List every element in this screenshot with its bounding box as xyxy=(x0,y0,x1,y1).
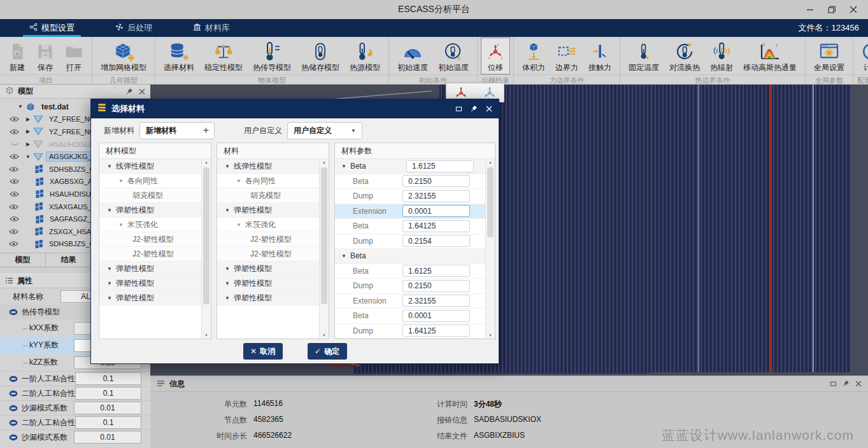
close-icon[interactable] xyxy=(843,0,864,19)
eye-icon[interactable] xyxy=(9,191,19,197)
ribbon-button-body-force[interactable]: 体积力 xyxy=(517,38,550,74)
ribbon-button-balance[interactable]: 稳定性模型 xyxy=(199,38,248,74)
restore-icon[interactable] xyxy=(821,0,843,19)
material-tree-item[interactable]: ▼弹塑性模型 xyxy=(217,262,319,276)
collapse-icon[interactable] xyxy=(9,309,18,316)
ribbon-button-gauss-flux[interactable]: 27移动高斯热通量 xyxy=(738,38,802,74)
param-value-input[interactable] xyxy=(402,220,470,232)
param-row[interactable]: Beta xyxy=(335,309,485,324)
param-group-header[interactable]: ▼Beta xyxy=(335,159,485,174)
dialog-header[interactable]: 选择材料 xyxy=(91,99,499,118)
param-value-input[interactable] xyxy=(402,205,470,217)
ribbon-button-axis-triad[interactable]: zxy位移 xyxy=(481,38,510,74)
minimize-icon[interactable] xyxy=(799,0,821,19)
material-tree-item[interactable]: ▼各向同性 xyxy=(217,174,319,188)
eye-icon[interactable] xyxy=(9,166,18,172)
material-tree-item[interactable]: ▼弹塑性模型 xyxy=(99,291,201,305)
material-tree-item[interactable]: ▼弹塑性模型 xyxy=(99,203,201,218)
add-material-icon[interactable]: + xyxy=(203,125,209,136)
property-value[interactable]: 0.01 xyxy=(74,431,141,444)
ribbon-button-boundary-force[interactable]: 边界力 xyxy=(550,38,583,74)
new-material-input[interactable] xyxy=(140,126,197,135)
close-icon[interactable] xyxy=(486,103,492,115)
close-icon[interactable] xyxy=(139,86,145,97)
scrollbar[interactable]: ▲▼ xyxy=(319,159,329,339)
property-row[interactable]: 沙漏模式系数0.01 xyxy=(0,400,150,415)
ribbon-button-convection[interactable]: 对流换热 xyxy=(664,38,705,74)
param-value-input[interactable] xyxy=(402,280,470,292)
param-value-input[interactable] xyxy=(402,265,470,277)
material-tree-item[interactable]: J2-塑性模型 xyxy=(99,232,201,247)
scrollbar[interactable]: ▲▼ xyxy=(485,159,495,339)
ok-button[interactable]: ✓确定 xyxy=(308,343,347,360)
param-value-input[interactable] xyxy=(402,190,470,202)
material-tree-item[interactable]: ▼弹塑性模型 xyxy=(99,262,201,276)
collapse-icon[interactable] xyxy=(9,405,18,412)
ribbon-button-contact-force[interactable]: 接触力 xyxy=(583,38,616,74)
material-tree-item[interactable]: ▼线弹性模型 xyxy=(99,159,201,174)
param-row[interactable]: Beta xyxy=(335,174,485,190)
ribbon-button-open-folder[interactable]: 打开 xyxy=(59,38,89,74)
eye-icon[interactable] xyxy=(9,228,18,235)
param-row[interactable]: Dump xyxy=(335,324,485,339)
param-row[interactable]: Extension xyxy=(335,294,485,309)
eye-icon[interactable] xyxy=(9,216,19,222)
material-tree-item[interactable]: 胡克模型 xyxy=(217,188,319,203)
ribbon-button-global-settings[interactable]: 全局设置 xyxy=(809,38,850,74)
user-defined-select[interactable]: ▼ xyxy=(287,122,362,139)
ribbon-button-compute[interactable]: 计算 xyxy=(857,38,868,74)
restore-icon[interactable] xyxy=(830,378,837,389)
param-group-value[interactable] xyxy=(406,160,474,172)
eye-off-icon[interactable] xyxy=(9,141,19,148)
property-value[interactable]: 0.1 xyxy=(75,372,141,385)
param-value-input[interactable] xyxy=(402,235,470,247)
property-row[interactable]: 二阶人工粘合性0.1 xyxy=(0,415,150,430)
collapse-icon[interactable] xyxy=(9,390,18,397)
tab-2[interactable]: 材料库 xyxy=(181,19,241,37)
pin-icon[interactable] xyxy=(126,86,133,97)
pin-icon[interactable] xyxy=(843,378,850,389)
property-value[interactable]: 0.1 xyxy=(75,387,141,400)
material-tree-item[interactable]: ▼线弹性模型 xyxy=(217,159,319,174)
ribbon-button-gauge[interactable]: 初始速度 xyxy=(392,38,433,74)
pin-icon[interactable] xyxy=(471,103,478,115)
param-value-input[interactable] xyxy=(402,175,470,187)
property-row[interactable]: 一阶人工粘合性0.1 xyxy=(0,371,150,386)
chevron-right-icon[interactable]: ▶ xyxy=(24,116,32,122)
collapse-icon[interactable] xyxy=(9,434,18,441)
param-row[interactable]: Beta xyxy=(335,219,485,234)
eye-icon[interactable] xyxy=(9,116,19,122)
material-tree-item[interactable]: ▼弹塑性模型 xyxy=(99,276,201,291)
material-tree-item[interactable]: ▼弹塑性模型 xyxy=(217,291,319,305)
param-row[interactable]: Beta xyxy=(335,264,485,279)
ribbon-button-init-temp[interactable]: 初始温度 xyxy=(433,38,474,74)
ribbon-button-fixed-temp[interactable]: 固定温度 xyxy=(623,38,664,74)
param-row[interactable]: Dump xyxy=(335,234,485,249)
material-tree-item[interactable]: J2-塑性模型 xyxy=(99,247,201,262)
param-value-input[interactable] xyxy=(402,310,470,322)
eye-icon[interactable] xyxy=(9,241,18,247)
param-row[interactable]: Extension xyxy=(335,204,485,220)
material-tree-item[interactable]: ▼各向同性 xyxy=(99,174,201,188)
material-tree-item[interactable]: J2-塑性模型 xyxy=(217,232,319,247)
material-tree-item[interactable]: 胡克模型 xyxy=(99,188,201,203)
property-row[interactable]: 沙漏模式系数0.01 xyxy=(0,430,150,444)
ribbon-button-radiation[interactable]: 热辐射 xyxy=(705,38,738,74)
restore-icon[interactable] xyxy=(455,103,462,115)
tab-1[interactable]: 后处理 xyxy=(104,19,164,37)
chevron-down-icon[interactable]: ▼ xyxy=(17,104,24,109)
chevron-right-icon[interactable]: ▶ xyxy=(24,129,32,134)
material-tree-item[interactable]: ▼弹塑性模型 xyxy=(217,203,319,218)
ribbon-button-heat-store[interactable]: 热储存模型 xyxy=(296,38,345,74)
eye-icon[interactable] xyxy=(9,153,19,160)
ribbon-button-new-file[interactable]: 新建 xyxy=(3,38,31,74)
property-row[interactable]: 二阶人工粘合性0.1 xyxy=(0,386,150,400)
tab-results[interactable]: 结果 xyxy=(46,253,92,267)
tab-model[interactable]: 模型 xyxy=(0,253,46,267)
material-tree-item[interactable]: ▼米茨强化 xyxy=(217,218,319,232)
param-value-input[interactable] xyxy=(402,325,470,337)
ribbon-button-material-db[interactable]: 选择材料 xyxy=(159,38,199,74)
param-row[interactable]: Dump xyxy=(335,189,485,204)
eye-icon[interactable] xyxy=(9,204,18,210)
ribbon-button-heat-conduct[interactable]: 热传导模型 xyxy=(248,38,296,74)
